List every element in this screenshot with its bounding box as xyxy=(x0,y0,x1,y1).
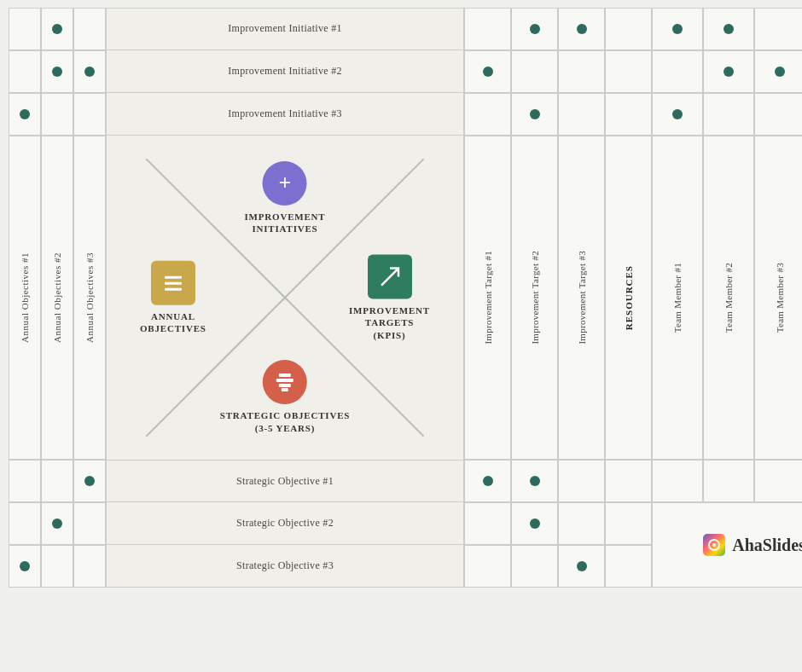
cell-r2-c7 xyxy=(558,50,605,93)
cell-r3-c9 xyxy=(652,93,703,136)
cell-r1-c1 xyxy=(9,8,41,50)
team-member-1-label: Team Member #1 xyxy=(672,263,683,333)
cell-r2-c3 xyxy=(73,50,106,93)
cell-r5-c9 xyxy=(652,460,703,502)
svg-rect-7 xyxy=(282,388,288,391)
dot xyxy=(577,561,587,571)
cell-r7-c7 xyxy=(558,545,605,588)
cell-r3-c1 xyxy=(9,93,41,136)
cell-r3-c3 xyxy=(73,93,106,136)
dot xyxy=(724,24,734,34)
dot xyxy=(20,109,30,119)
svg-rect-6 xyxy=(279,384,291,387)
svg-rect-2 xyxy=(165,288,182,291)
dot xyxy=(530,24,540,34)
svg-line-3 xyxy=(381,269,398,286)
cell-r1-c9 xyxy=(652,8,703,50)
resources-header: RESOURCES xyxy=(605,136,652,460)
cell-r7-c6 xyxy=(511,545,558,588)
dot xyxy=(775,67,785,77)
cell-r1-c11 xyxy=(754,8,802,50)
cell-r6-c8 xyxy=(605,502,652,545)
annual-obj-2-label: Annual Objectives #2 xyxy=(52,252,62,343)
imp-target-2-header: Improvement Target #2 xyxy=(511,136,558,460)
dot xyxy=(672,24,683,34)
dot xyxy=(52,518,62,529)
dot xyxy=(724,67,734,77)
cell-r3-c8 xyxy=(605,93,652,136)
imp-target-1-label: Improvement Target #1 xyxy=(483,251,493,345)
cell-r5-c3 xyxy=(73,460,106,502)
resources-label: RESOURCES xyxy=(624,265,634,330)
cell-r2-c10 xyxy=(703,50,754,93)
improvement-initiatives-icon: + xyxy=(263,161,307,206)
ahaslides-logo: AhaSlides xyxy=(703,534,802,556)
quadrant-left: ANNUALOBJECTIVES xyxy=(140,261,206,335)
cell-r2-c9 xyxy=(652,50,703,93)
strategic-objectives-label: STRATEGIC OBJECTIVES(3-5 YEARS) xyxy=(220,409,350,434)
cell-r5-c10 xyxy=(703,460,754,502)
team-member-3-label: Team Member #3 xyxy=(775,263,785,333)
imp-target-3-label: Improvement Target #3 xyxy=(577,251,587,345)
diagram-cell: + IMPROVEMENTINITIATIVES ANNUALOBJECTIVE… xyxy=(106,8,464,588)
ahaslides-brand: AhaSlides xyxy=(652,502,802,588)
cell-r6-c7 xyxy=(558,502,605,545)
improvement-targets-icon xyxy=(368,255,412,299)
cell-r1-c7 xyxy=(558,8,605,50)
cell-r2-c1 xyxy=(9,50,41,93)
ahaslides-text: AhaSlides xyxy=(732,536,802,555)
dot xyxy=(530,518,540,529)
cell-r5-c7 xyxy=(558,460,605,502)
annual-obj-1-header: Annual Objectives #1 xyxy=(9,136,41,460)
improvement-initiatives-label: IMPROVEMENTINITIATIVES xyxy=(245,211,326,235)
dot xyxy=(577,24,587,34)
main-container: + IMPROVEMENTINITIATIVES ANNUALOBJECTIVE… xyxy=(9,8,793,664)
quadrant-right: IMPROVEMENTTARGETS(KPIS) xyxy=(349,255,430,341)
team-member-1-header: Team Member #1 xyxy=(652,136,703,460)
dot xyxy=(84,67,95,77)
annual-obj-3-header: Annual Objectives #3 xyxy=(73,136,106,460)
annual-obj-2-header: Annual Objectives #2 xyxy=(41,136,73,460)
annual-objectives-icon xyxy=(151,261,195,305)
cell-r3-c11 xyxy=(754,93,802,136)
dot xyxy=(530,109,540,119)
cell-r5-c5 xyxy=(464,460,511,502)
cell-r1-c8 xyxy=(605,8,652,50)
cell-r2-c2 xyxy=(41,50,73,93)
cell-r5-c6 xyxy=(511,460,558,502)
cell-r1-c6 xyxy=(511,8,558,50)
cell-r3-c6 xyxy=(511,93,558,136)
annual-objectives-label: ANNUALOBJECTIVES xyxy=(140,310,206,335)
cell-r6-c1 xyxy=(9,502,41,545)
improvement-targets-label: IMPROVEMENTTARGETS(KPIS) xyxy=(349,304,430,341)
dot xyxy=(52,67,62,77)
dot xyxy=(530,476,540,486)
cell-r5-c2 xyxy=(41,460,73,502)
cell-r7-c2 xyxy=(41,545,73,588)
team-member-3-header: Team Member #3 xyxy=(754,136,802,460)
imp-target-2-label: Improvement Target #2 xyxy=(530,251,540,345)
cell-r2-c8 xyxy=(605,50,652,93)
dot xyxy=(672,109,683,119)
dot xyxy=(483,476,493,486)
annual-obj-1-label: Annual Objectives #1 xyxy=(20,252,30,343)
cell-r2-c6 xyxy=(511,50,558,93)
cell-r7-c3 xyxy=(73,545,106,588)
quadrant-bottom: STRATEGIC OBJECTIVES(3-5 YEARS) xyxy=(220,360,350,434)
cell-r3-c5 xyxy=(464,93,511,136)
cell-r1-c10 xyxy=(703,8,754,50)
grid-wrapper: + IMPROVEMENTINITIATIVES ANNUALOBJECTIVE… xyxy=(9,8,793,664)
svg-rect-1 xyxy=(165,282,182,285)
dot xyxy=(483,67,493,77)
cell-r2-c11 xyxy=(754,50,802,93)
svg-rect-0 xyxy=(165,276,182,279)
svg-rect-5 xyxy=(276,379,293,382)
imp-target-3-header: Improvement Target #3 xyxy=(558,136,605,460)
cell-r5-c1 xyxy=(9,460,41,502)
cell-r3-c10 xyxy=(703,93,754,136)
diagram-inner: + IMPROVEMENTINITIATIVES ANNUALOBJECTIVE… xyxy=(131,153,439,443)
team-member-2-label: Team Member #2 xyxy=(724,263,734,333)
team-member-2-header: Team Member #2 xyxy=(703,136,754,460)
cell-r5-c11 xyxy=(754,460,802,502)
dot xyxy=(20,561,30,571)
